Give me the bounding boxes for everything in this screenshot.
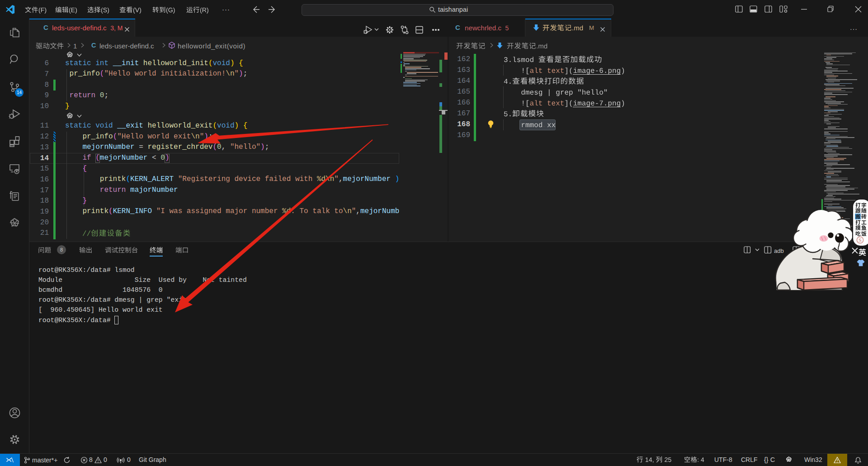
svg-text:S: S [859, 238, 861, 243]
